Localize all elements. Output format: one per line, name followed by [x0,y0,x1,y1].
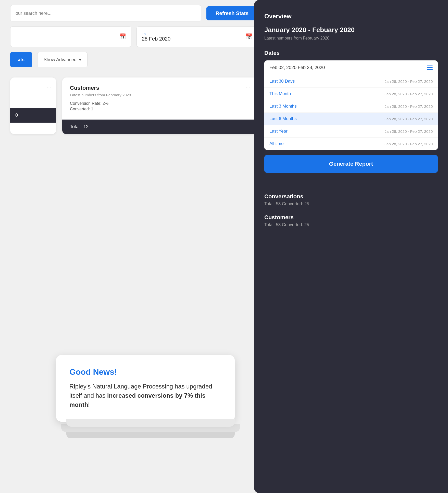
all-time-label: All time [269,141,284,146]
last3months-range: Jan 28, 2020 - Feb 27, 2020 [385,104,433,109]
good-news-text: Ripley's Natural Language Processing has… [69,382,221,409]
hamburger-icon[interactable] [427,66,433,70]
last6months-range: Jan 28, 2020 - Feb 27, 2020 [385,117,433,121]
calendar-from-icon: 📅 [119,33,126,40]
panel-subtitle: Latest numbers from February 2020 [264,36,438,41]
dates-label: Dates [264,50,438,56]
active-filter-button[interactable]: ats [10,52,32,67]
customers-card-footer: Total : 12 [62,120,258,134]
customers-stat2: Converted: 1 [70,107,250,111]
right-panel: Overview January 2020 - Febuary 2020 Lat… [254,0,448,493]
good-news-end-text: ! [88,401,90,408]
conversations-stats-item: Conversations Total: 53 Converted: 25 [264,193,438,206]
date-from-box[interactable]: 📅 [10,27,131,47]
last6months-label: Last 6 Months [269,116,297,121]
all-time-range: Jan 28, 2020 - Feb 27, 2020 [385,142,433,146]
overview-title: Overview [264,13,438,20]
date-to-box[interactable]: To 28 Feb 2020 📅 [136,27,258,47]
panel-date-range: January 2020 - Febuary 2020 [264,26,438,34]
top-bar: Refresh Stats [0,0,268,27]
card-partial-footer-value: 0 [15,113,18,118]
date-row: 📅 To 28 Feb 2020 📅 [0,27,268,52]
main-area: Refresh Stats 📅 To 28 Feb 2020 📅 ats Sho… [0,0,268,493]
customers-stats-values: Total: 53 Converted: 25 [264,222,438,227]
to-value: 28 Feb 2020 [142,36,170,42]
generate-report-button[interactable]: Generate Report [264,155,438,173]
card-partial-more-icon[interactable]: ··· [47,85,51,90]
card-partial-footer: 0 [10,108,56,123]
customers-stat1: Conversion Rate: 2% [70,101,250,106]
chevron-down-icon: ▾ [79,57,81,62]
date-option-last3months[interactable]: Last 3 Months Jan 28, 2020 - Feb 27, 202… [264,100,438,113]
good-news-card: Good News! Ripley's Natural Language Pro… [56,355,235,422]
customers-card: ··· Customers Latest numbers from Februa… [62,77,258,134]
customers-more-icon[interactable]: ··· [246,85,250,90]
date-option-last-year[interactable]: Last Year Jan 28, 2020 - Feb 27, 2020 [264,125,438,138]
calendar-to-icon: 📅 [245,33,252,40]
cards-area: ··· 0 ··· Customers Latest numbers from … [0,72,268,139]
this-month-range: Jan 28, 2020 - Feb 27, 2020 [385,92,433,96]
last3months-label: Last 3 Months [269,104,297,109]
customers-total-label: Total : 12 [70,124,89,129]
date-picker-range-display: Feb 02, 2020 Feb 28, 2020 [269,65,325,70]
last30-range: Jan 28, 2020 - Feb 27, 2020 [385,79,433,84]
last30-label: Last 30 Days [269,79,295,84]
conversations-values: Total: 53 Converted: 25 [264,201,438,206]
date-option-last30[interactable]: Last 30 Days Jan 28, 2020 - Feb 27, 2020 [264,75,438,88]
show-advanced-button[interactable]: Show Advanced ▾ [37,52,88,67]
conversations-title: Conversations [264,193,438,200]
good-news-title: Good News! [69,367,221,377]
customers-stats-title: Customers [264,214,438,221]
card-partial: ··· 0 [10,77,56,134]
date-option-this-month[interactable]: This Month Jan 28, 2020 - Feb 27, 2020 [264,88,438,100]
date-to-label-group: To 28 Feb 2020 [142,32,170,42]
date-option-all-time[interactable]: All time Jan 28, 2020 - Feb 27, 2020 [264,138,438,150]
customers-stats-item: Customers Total: 53 Converted: 25 [264,214,438,227]
to-label: To [142,32,170,36]
customers-card-title: Customers [70,85,250,91]
customers-card-subtitle: Latest numbers from February 2020 [70,93,250,97]
date-picker-box: Feb 02, 2020 Feb 28, 2020 Last 30 Days J… [264,60,438,150]
last-year-range: Jan 28, 2020 - Feb 27, 2020 [385,129,433,134]
this-month-label: This Month [269,91,291,96]
date-option-last6months[interactable]: Last 6 Months Jan 28, 2020 - Feb 27, 202… [264,113,438,125]
refresh-stats-button[interactable]: Refresh Stats [206,6,258,20]
date-picker-header: Feb 02, 2020 Feb 28, 2020 [264,60,438,75]
last-year-label: Last Year [269,129,288,134]
stats-section: Conversations Total: 53 Converted: 25 Cu… [264,193,438,227]
search-input[interactable] [10,5,201,21]
show-advanced-label: Show Advanced [44,57,77,62]
filter-bar: ats Show Advanced ▾ [0,52,268,72]
